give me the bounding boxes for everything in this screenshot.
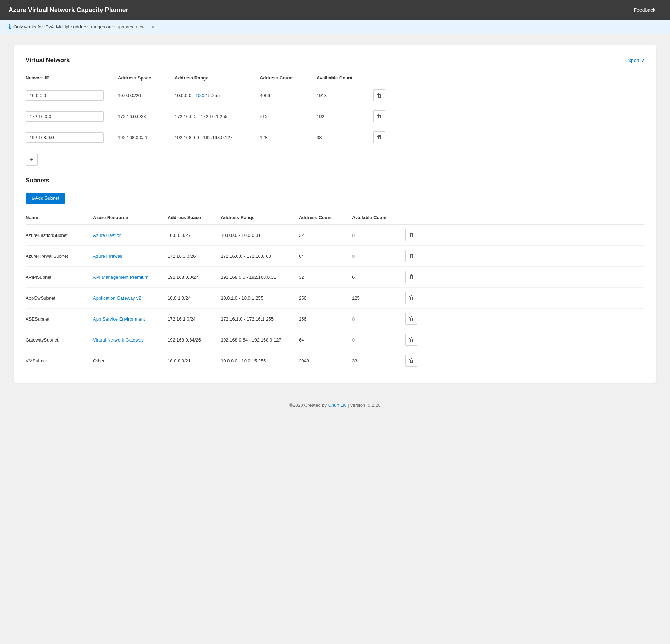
subnet-name-cell: APIMSubnet (26, 274, 93, 280)
subnet-address-range-cell: 10.0.0.0 - 10.0.0.31 (221, 233, 299, 238)
delete-subnet-row-button[interactable]: 🗑 (405, 250, 417, 262)
network-ip-input[interactable] (26, 111, 104, 122)
info-message: Only works for IPv4. Multiple address ra… (13, 24, 145, 29)
subnet-table-header: Name Azure Resource Address Space Addres… (26, 212, 644, 225)
delete-vnet-row-button[interactable]: 🗑 (373, 131, 385, 143)
subnet-azure-resource-cell: API Management Premium (93, 274, 168, 280)
footer-author-link[interactable]: Chun Liu (328, 402, 347, 408)
subnet-available-count-cell: 0 (352, 337, 405, 343)
subnet-address-count-cell: 256 (299, 316, 352, 322)
virtual-network-title: Virtual Network (26, 57, 70, 64)
subnet-name-cell: AzureBastionSubnet (26, 233, 93, 238)
subnet-azure-resource-cell: Azure Bastion (93, 233, 168, 238)
vnet-row: 192.168.0.0/25 192.168.0.0 - 192.168.0.1… (26, 127, 644, 148)
azure-resource-link[interactable]: Azure Bastion (93, 233, 122, 238)
vnet-col-actions (373, 75, 395, 80)
vnet-network-ip-cell (26, 132, 118, 143)
vnet-available-count-cell: 192 (317, 114, 373, 119)
vnet-address-count-cell: 128 (260, 135, 317, 140)
subnet-name-cell: ASESubnet (26, 316, 93, 322)
vnet-network-ip-cell (26, 111, 118, 122)
azure-resource-link[interactable]: Application Gateway v2 (93, 295, 141, 301)
info-icon: ℹ (9, 23, 11, 30)
subnet-address-count-cell: 32 (299, 274, 352, 280)
subnet-col-address-count: Address Count (299, 215, 352, 220)
footer: ©2020 Created by Chun Liu | version: 0.2… (0, 394, 670, 416)
subnet-address-space-cell: 192.168.0.0/27 (168, 274, 221, 280)
subnet-azure-resource-cell: App Service Environment (93, 316, 168, 322)
subnets-title: Subnets (26, 177, 49, 184)
vnet-row: 172.16.0.0/23 172.16.0.0 - 172.16.1.255 … (26, 106, 644, 127)
subnet-available-count-cell: 0 (352, 233, 405, 238)
subnet-address-space-cell: 192.168.0.64/26 (168, 337, 221, 343)
subnet-address-range-cell: 10.0.8.0 - 10.0.15.255 (221, 358, 299, 363)
vnet-row: 10.0.0.0/20 10.0.0.0 - 10.0.15.255 4096 … (26, 85, 644, 106)
delete-subnet-row-button[interactable]: 🗑 (405, 313, 417, 325)
app-header: Azure Virtual Network Capacity Planner F… (0, 0, 670, 20)
subnet-azure-resource-cell: Virtual Network Gateway (93, 337, 168, 343)
subnet-available-count-cell: 33 (352, 358, 405, 363)
vnet-address-space-cell: 10.0.0.0/20 (118, 93, 175, 98)
subnet-address-space-cell: 172.16.0.0/26 (168, 254, 221, 259)
subnet-address-range-cell: 172.16.1.0 - 172.16.1.255 (221, 316, 299, 322)
delete-vnet-row-button[interactable]: 🗑 (373, 89, 385, 101)
main-card: Virtual Network Export ∨ Network IP Addr… (14, 45, 656, 383)
subnet-address-range-cell: 192.168.0.0 - 192.168.0.31 (221, 274, 299, 280)
subnet-address-count-cell: 256 (299, 295, 352, 301)
subnet-row: AzureBastionSubnet Azure Bastion 10.0.0.… (26, 225, 644, 246)
vnet-col-network-ip: Network IP (26, 75, 118, 80)
subnet-address-space-cell: 172.16.1.0/24 (168, 316, 221, 322)
footer-version: | version: 0.2.28 (348, 402, 380, 408)
azure-resource-link[interactable]: Virtual Network Gateway (93, 337, 144, 343)
subnet-address-count-cell: 2048 (299, 358, 352, 363)
azure-resource-link[interactable]: API Management Premium (93, 274, 148, 280)
vnet-address-count-cell: 4096 (260, 93, 317, 98)
subnet-address-range-cell: 10.0.1.0 - 10.0.1.255 (221, 295, 299, 301)
vnet-address-range-cell: 10.0.0.0 - 10.0.15.255 (175, 93, 260, 98)
subnets-section-header: Subnets (26, 177, 644, 184)
vnet-available-count-cell: 1918 (317, 93, 373, 98)
azure-resource-link[interactable]: App Service Environment (93, 316, 145, 322)
subnet-available-count-cell: 0 (352, 254, 405, 259)
vnet-col-address-space: Address Space (118, 75, 175, 80)
close-info-button[interactable]: × (151, 24, 154, 30)
delete-subnet-row-button[interactable]: 🗑 (405, 334, 417, 346)
delete-subnet-row-button[interactable]: 🗑 (405, 292, 417, 304)
add-vnet-row-button[interactable]: + (26, 154, 38, 166)
delete-vnet-row-button[interactable]: 🗑 (373, 110, 385, 122)
vnet-address-space-cell: 192.168.0.0/25 (118, 135, 175, 140)
network-ip-input[interactable] (26, 132, 104, 143)
vnet-address-count-cell: 512 (260, 114, 317, 119)
delete-subnet-row-button[interactable]: 🗑 (405, 355, 417, 367)
subnet-address-space-cell: 10.0.8.0/21 (168, 358, 221, 363)
export-button[interactable]: Export ∨ (625, 57, 644, 63)
subnet-col-azure-resource: Azure Resource (93, 215, 168, 220)
subnet-address-count-cell: 64 (299, 254, 352, 259)
vnet-address-range-cell: 192.168.0.0 - 192.168.0.127 (175, 135, 260, 140)
feedback-button[interactable]: Feedback (628, 5, 661, 15)
vnet-table-header: Network IP Address Space Address Range A… (26, 72, 644, 85)
footer-text: ©2020 Created by (289, 402, 327, 408)
subnet-col-address-range: Address Range (221, 215, 299, 220)
vnet-col-address-count: Address Count (260, 75, 317, 80)
network-ip-input[interactable] (26, 90, 104, 101)
subnet-row: AzureFirewallSubnet Azure Firewall 172.1… (26, 246, 644, 267)
subnet-col-address-space: Address Space (168, 215, 221, 220)
subnet-col-available-count: Available Count (352, 215, 405, 220)
azure-resource-link[interactable]: Azure Firewall (93, 254, 122, 259)
delete-subnet-row-button[interactable]: 🗑 (405, 271, 417, 283)
vnet-col-available-count: Availlable Count (317, 75, 373, 80)
delete-subnet-row-button[interactable]: 🗑 (405, 229, 417, 241)
subnet-address-count-cell: 32 (299, 233, 352, 238)
add-subnet-button[interactable]: ⊕Add Subnet (26, 193, 65, 204)
subnet-row: VMSubnet Other 10.0.8.0/21 10.0.8.0 - 10… (26, 350, 644, 371)
subnet-available-count-cell: 125 (352, 295, 405, 301)
subnet-azure-resource-cell: Azure Firewall (93, 254, 168, 259)
subnet-address-space-cell: 10.0.0.0/27 (168, 233, 221, 238)
subnet-row: AppGwSubnet Application Gateway v2 10.0.… (26, 288, 644, 309)
vnet-address-space-cell: 172.16.0.0/23 (118, 114, 175, 119)
subnet-azure-resource-cell: Application Gateway v2 (93, 295, 168, 301)
subnet-col-name: Name (26, 215, 93, 220)
subnet-name-cell: GatewaySubnet (26, 337, 93, 343)
vnet-network-ip-cell (26, 90, 118, 101)
